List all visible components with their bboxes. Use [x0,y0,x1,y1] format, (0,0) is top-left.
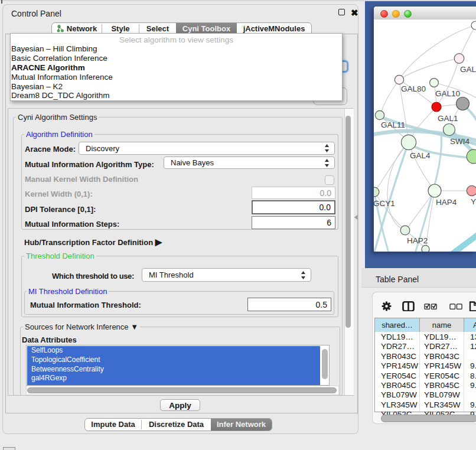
svg-text:GAL: GAL [460,65,476,74]
svg-text:GAL4: GAL4 [410,151,431,160]
svg-text:GAL1: GAL1 [438,114,458,123]
svg-text:HAP2: HAP2 [407,236,428,245]
svg-text:GCY1: GCY1 [374,199,395,208]
svg-text:Y: Y [471,197,476,206]
svg-text:SWI4: SWI4 [450,137,470,146]
svg-text:HAP4: HAP4 [436,198,457,207]
svg-text:GAL80: GAL80 [401,84,426,93]
svg-text:GAL10: GAL10 [435,89,460,98]
svg-text:GAL11: GAL11 [381,120,405,129]
